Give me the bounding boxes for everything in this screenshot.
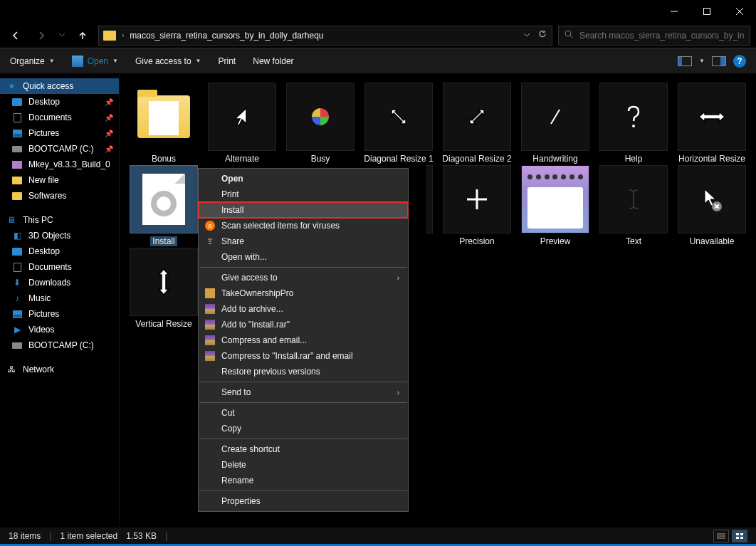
ctx-create-shortcut[interactable]: Create shortcut [199,441,408,457]
item-preview[interactable]: Preview [517,165,594,246]
ctx-give-access[interactable]: Give access to› [199,270,408,285]
busy-icon [310,107,330,127]
item-busy[interactable]: Busy [282,83,359,164]
ctx-cut[interactable]: Cut [199,405,408,421]
organize-menu[interactable]: Organize▼ [10,56,55,66]
svg-point-7 [632,125,635,127]
ctx-add-rar[interactable]: Add to "Install.rar" [199,317,408,332]
address-dropdown-icon[interactable] [523,29,530,41]
print-button[interactable]: Print [219,56,236,66]
address-bar[interactable]: › macos_sierra_retina_cursors_by_in_doll… [98,26,552,46]
search-box[interactable] [558,26,750,46]
sidebar-item-documents[interactable]: Documents📌 [0,110,119,125]
pin-icon: 📌 [105,145,113,153]
sidebar-item-videos[interactable]: ▶Videos [0,322,119,337]
help-button[interactable]: ? [733,55,746,68]
sidebar-item-newfile[interactable]: New file [0,172,119,188]
maximize-button[interactable] [691,0,723,23]
sidebar-label: Mkey_v8.3.3_Build_0 [28,159,110,169]
ctx-add-archive[interactable]: Add to archive... [199,301,408,317]
ctx-copy[interactable]: Copy [199,421,408,436]
ctx-open-with[interactable]: Open with... [199,249,408,265]
sidebar-quick-access[interactable]: ★ Quick access [0,78,119,94]
sidebar-item-pc-desktop[interactable]: Desktop [0,243,119,259]
give-access-menu[interactable]: Give access to▼ [135,56,201,66]
item-text[interactable]: Text [595,165,672,246]
search-input[interactable] [579,31,744,41]
item-unavailable[interactable]: Unavailable [673,165,750,246]
back-button[interactable] [6,26,26,46]
sidebar-label: Documents [28,262,72,272]
sidebar-network[interactable]: 🖧Network [0,362,119,377]
item-alternate[interactable]: Alternate [204,83,280,164]
ctx-share[interactable]: ⇪Share [199,233,408,249]
item-hresize[interactable]: Horizontal Resize [673,83,750,164]
sidebar-item-downloads[interactable]: ⬇Downloads [0,275,119,290]
sidebar-item-bootcamp[interactable]: BOOTCAMP (C:)📌 [0,141,119,157]
view-menu[interactable] [678,56,692,66]
close-button[interactable] [723,0,756,23]
sidebar-item-pc-bootcamp[interactable]: BOOTCAMP (C:) [0,337,119,353]
svg-rect-14 [736,537,739,539]
sidebar-item-music[interactable]: ♪Music [0,290,119,306]
ctx-open[interactable]: Open [199,171,408,187]
sidebar-item-pictures[interactable]: Pictures📌 [0,125,119,141]
sidebar-label: Documents [28,112,72,122]
forward-button[interactable] [31,26,51,46]
print-label: Print [219,56,236,66]
ctx-scan[interactable]: aScan selected items for viruses [199,218,408,233]
item-diag1[interactable]: Diagonal Resize 1 [360,83,437,164]
item-label: Alternate [225,154,259,164]
sidebar-item-mkey[interactable]: Mkey_v8.3.3_Build_0 [0,157,119,172]
sidebar-label: New file [28,175,59,185]
sidebar-this-pc[interactable]: 🖥This PC [0,212,119,228]
sidebar-item-pc-pictures[interactable]: Pictures [0,306,119,322]
up-button[interactable] [73,26,93,46]
sidebar-label: Videos [28,325,54,335]
download-icon: ⬇ [11,278,23,288]
ctx-delete[interactable]: Delete [199,457,408,473]
ctx-label: Properties [221,496,261,506]
item-vresize[interactable]: Vertical Resize [125,248,202,329]
preview-pane-button[interactable] [712,56,726,66]
minimize-button[interactable] [658,0,691,23]
desktop-icon [12,248,22,256]
thumbnails-view-button[interactable] [732,530,747,542]
refresh-button[interactable] [537,29,547,41]
ctx-print[interactable]: Print [199,187,408,202]
item-install[interactable]: Install [125,165,202,246]
ctx-label: Send to [221,387,251,397]
details-view-button[interactable] [713,530,729,542]
separator [199,382,407,382]
item-diag2[interactable]: Diagonal Resize 2 [439,83,515,164]
item-bonus[interactable]: Bonus [125,83,202,164]
item-help[interactable]: Help [595,83,672,164]
ctx-label: Add to archive... [221,304,283,314]
item-label: Diagonal Resize 1 [364,154,433,164]
address-path[interactable]: macos_sierra_retina_cursors_by_in_dolly_… [130,31,323,41]
svg-rect-15 [740,537,743,539]
sidebar-item-3dobjects[interactable]: ◧3D Objects [0,228,119,243]
ctx-compress-email[interactable]: Compress and email... [199,332,408,348]
item-label: Bonus [152,154,176,164]
ctx-take-ownership[interactable]: TakeOwnershipPro [199,285,408,301]
ctx-properties[interactable]: Properties [199,493,408,509]
svg-rect-1 [704,9,710,15]
ctx-install[interactable]: Install [199,202,408,218]
recent-dropdown[interactable] [57,26,67,46]
sidebar-item-pc-documents[interactable]: Documents [0,259,119,275]
open-button[interactable]: Open▼ [72,56,118,67]
new-folder-button[interactable]: New folder [253,56,293,66]
sidebar-item-softwares[interactable]: Softwares [0,188,119,204]
ctx-rename[interactable]: Rename [199,473,408,488]
sidebar-item-desktop[interactable]: Desktop📌 [0,94,119,110]
item-handwriting[interactable]: Handwriting [517,83,594,164]
ctx-send-to[interactable]: Send to› [199,384,408,400]
item-precision[interactable]: Precision [439,165,515,246]
chevron-right-icon: › [122,31,124,39]
thispc-icon: 🖥 [6,215,17,225]
ctx-compress-rar-email[interactable]: Compress to "Install.rar" and email [199,348,408,364]
view-dropdown[interactable]: ▼ [699,58,705,64]
ctx-restore[interactable]: Restore previous versions [199,364,408,379]
resize-v-icon [155,266,172,298]
